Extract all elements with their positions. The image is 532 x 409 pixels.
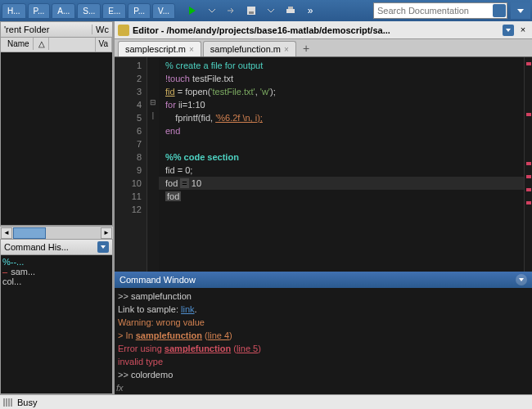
save-dropdown-icon[interactable]: [262, 2, 280, 20]
editor-body[interactable]: 123456789101112 ⊟| % create a file for o…: [115, 57, 532, 272]
status-text: Busy: [17, 398, 37, 407]
status-bar: Busy: [0, 394, 532, 409]
history-item[interactable]: sam...: [2, 267, 110, 276]
command-history-header[interactable]: Command His...: [0, 239, 113, 255]
folder-hscrollbar[interactable]: ◄ ►: [0, 226, 113, 239]
code-line[interactable]: [159, 203, 524, 216]
code-line[interactable]: end: [159, 124, 524, 137]
code-line[interactable]: fid = 0;: [159, 164, 524, 177]
svg-rect-1: [249, 11, 254, 14]
tab-close-icon[interactable]: ×: [284, 45, 289, 54]
column-name[interactable]: Name △: [1, 38, 96, 52]
scroll-right-button[interactable]: ►: [101, 227, 112, 239]
scroll-thumb[interactable]: [13, 227, 46, 239]
code-line[interactable]: fid = fopen('testFile.txt', 'w');: [159, 85, 524, 98]
code-line[interactable]: for ii=1:10: [159, 98, 524, 111]
editor-header: Editor - /home/andy/projects/base16-matl…: [115, 21, 532, 39]
command-window-body[interactable]: >> samplefunctionLink to sample: link.Wa…: [115, 288, 532, 394]
editor-tab-bar: samplescript.m×samplefunction.m×+: [115, 39, 532, 57]
command-window-header[interactable]: Command Window: [115, 272, 532, 288]
command-line: Link to sample: link.: [118, 303, 529, 316]
code-line[interactable]: !touch testFile.txt: [159, 72, 524, 85]
history-item[interactable]: %--...: [2, 257, 110, 267]
top-toolbar: H...P...A...S...E...P...V... »: [0, 0, 532, 21]
ribbon-tab-3[interactable]: S...: [77, 3, 101, 19]
code-line[interactable]: [159, 137, 524, 151]
fold-gutter[interactable]: ⊟|: [147, 57, 159, 272]
code-line[interactable]: fod: [159, 190, 524, 203]
folder-title-left: 'rent Folder: [4, 25, 49, 34]
more-icon[interactable]: »: [301, 2, 319, 20]
command-line: >> colordemo: [118, 368, 529, 381]
command-window-title: Command Window: [119, 275, 196, 285]
command-window-menu-icon[interactable]: [516, 274, 527, 285]
command-line: >> samplefunction: [118, 290, 529, 303]
code-line[interactable]: fprintf(fid, '%6.2f \n, i);: [159, 111, 524, 124]
editor-tab[interactable]: samplescript.m×: [118, 41, 201, 56]
minimap[interactable]: [524, 57, 532, 272]
code-line[interactable]: % create a file for output: [159, 59, 524, 72]
status-indicator-icon: [3, 398, 12, 407]
save-icon[interactable]: [242, 2, 260, 20]
current-folder-panel: Name △ Va: [0, 38, 113, 226]
command-history-panel[interactable]: %--...sam...col...: [0, 255, 113, 394]
ribbon-tab-4[interactable]: E...: [102, 3, 126, 19]
fx-icon[interactable]: fx: [116, 383, 124, 393]
run-dropdown-icon[interactable]: [203, 2, 221, 20]
history-item[interactable]: col...: [2, 276, 110, 286]
add-tab-button[interactable]: +: [298, 40, 314, 56]
step-icon[interactable]: [223, 2, 241, 20]
command-line: Error using samplefunction (line 5): [118, 342, 529, 355]
ribbon-tab-6[interactable]: V...: [152, 3, 175, 19]
ribbon-tab-2[interactable]: A...: [52, 3, 75, 19]
code-area[interactable]: % create a file for output!touch testFil…: [159, 57, 524, 272]
svg-rect-3: [288, 7, 293, 9]
code-line[interactable]: fod = 10: [159, 177, 524, 190]
ribbon-tab-0[interactable]: H...: [2, 3, 26, 19]
ribbon-tab-1[interactable]: P...: [28, 3, 51, 19]
search-input[interactable]: [373, 2, 507, 19]
folder-title-right: Wc: [92, 25, 109, 34]
line-number-gutter: 123456789101112: [115, 57, 147, 272]
command-line: > In samplefunction (line 4): [118, 329, 529, 342]
svg-rect-2: [286, 9, 295, 13]
layout-menu-button[interactable]: [511, 2, 530, 19]
history-title: Command His...: [4, 242, 69, 252]
editor-title: Editor - /home/andy/projects/base16-matl…: [133, 25, 499, 35]
ribbon-tab-5[interactable]: P...: [128, 3, 151, 19]
history-menu-icon[interactable]: [97, 241, 109, 253]
run-button[interactable]: [183, 2, 201, 20]
editor-icon: [118, 25, 129, 36]
editor-tab[interactable]: samplefunction.m×: [203, 41, 296, 56]
scroll-left-button[interactable]: ◄: [1, 227, 12, 239]
editor-close-button[interactable]: ×: [517, 25, 529, 36]
tab-close-icon[interactable]: ×: [189, 45, 194, 54]
current-folder-header[interactable]: 'rent Folder Wc: [0, 21, 113, 38]
column-value[interactable]: Va: [96, 38, 113, 52]
print-icon[interactable]: [282, 2, 300, 20]
command-line: invalid type: [118, 355, 529, 368]
code-line[interactable]: %% code section: [159, 151, 524, 164]
search-button[interactable]: [493, 4, 506, 17]
command-line: Warning: wrong value: [118, 316, 529, 329]
editor-menu-icon[interactable]: [503, 25, 514, 36]
